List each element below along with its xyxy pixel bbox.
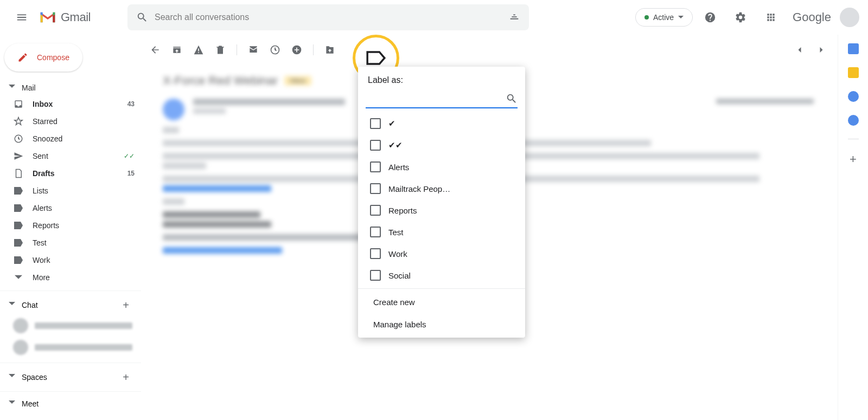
search-options-icon[interactable] [508,11,520,23]
gmail-icon [39,11,56,24]
label-chip[interactable]: Inbox [284,76,311,86]
collapse-icon [9,85,15,91]
chevron-down-icon [678,15,684,20]
nav-snoozed[interactable]: Snoozed [0,130,141,147]
panel-separator [848,139,859,139]
checkbox-icon [370,183,381,194]
checkbox-icon [370,270,381,281]
add-task-button[interactable] [291,44,302,55]
next-button[interactable] [816,44,827,55]
main-menu-button[interactable] [9,4,35,30]
hamburger-icon [16,11,28,23]
label-icon [13,237,24,248]
label-option[interactable]: Social [358,264,525,286]
mail-section-header[interactable]: Mail [0,80,141,95]
apps-grid-icon [765,12,776,23]
nav-more[interactable]: More [0,269,141,286]
search-bar[interactable] [127,4,529,30]
meet-section-header[interactable]: Meet [0,396,141,411]
sender-avatar[interactable] [163,99,184,120]
label-as-popup: Label as: ✔ ✔✔ Alerts Mailtrack Peop… Re… [358,67,525,338]
label-option[interactable]: ✔✔ [358,134,525,156]
label-option[interactable]: Reports [358,199,525,221]
checkbox-icon [370,118,381,129]
chat-contact[interactable] [0,315,141,337]
label-option[interactable]: Alerts [358,156,525,178]
nav-alerts[interactable]: Alerts [0,199,141,217]
prev-button[interactable] [794,44,805,55]
status-label: Active [653,13,674,22]
snooze-button[interactable] [270,44,280,55]
help-icon [704,11,716,23]
nav-lists[interactable]: Lists [0,182,141,199]
nav-work[interactable]: Work [0,251,141,269]
calendar-addon[interactable] [848,43,859,54]
apps-button[interactable] [758,4,784,30]
label-icon [13,185,24,196]
archive-button[interactable] [171,44,182,55]
label-option[interactable]: ✔ [358,113,525,134]
settings-button[interactable] [727,4,754,30]
chevron-down-icon [13,272,24,283]
label-option[interactable]: Mailtrack Peop… [358,178,525,199]
spaces-section-header[interactable]: Spaces + [0,367,141,387]
nav-test[interactable]: Test [0,234,141,251]
draft-icon [13,168,24,179]
clock-icon [13,133,24,144]
nav-inbox[interactable]: Inbox 43 [0,95,141,113]
gear-icon [735,11,746,23]
search-icon [136,11,148,23]
contacts-addon[interactable] [848,115,859,126]
label-option[interactable]: Work [358,243,525,264]
status-dot-icon [644,15,649,20]
search-input[interactable] [155,12,502,22]
chat-contact[interactable] [0,337,141,358]
nav-starred[interactable]: Starred [0,113,141,130]
search-icon [506,93,518,105]
nav-drafts[interactable]: Drafts 15 [0,165,141,182]
manage-labels[interactable]: Manage labels [358,313,525,335]
email-subject: X-Force Red Webinar [163,74,278,88]
sent-tracked-icon: ✓✓ [124,152,135,160]
inbox-icon [13,99,24,109]
label-icon[interactable] [366,49,386,67]
popup-search[interactable] [366,89,518,108]
account-avatar[interactable] [840,8,859,27]
checkbox-icon [370,248,381,259]
label-option[interactable]: Test [358,221,525,243]
checkbox-icon [370,140,381,151]
support-button[interactable] [697,4,723,30]
mark-unread-button[interactable] [248,44,259,55]
star-icon [13,116,24,127]
google-logo-text: Google [793,10,831,24]
checkbox-icon [370,227,381,237]
compose-button[interactable]: Compose [4,43,82,72]
gmail-logo[interactable]: Gmail [39,10,91,24]
status-indicator[interactable]: Active [635,8,693,27]
popup-title: Label as: [358,67,525,89]
create-new-label[interactable]: Create new [358,291,525,313]
label-icon [13,203,24,214]
nav-sent[interactable]: Sent ✓✓ [0,147,141,165]
delete-button[interactable] [215,44,226,55]
label-icon [13,220,24,231]
nav-reports[interactable]: Reports [0,217,141,234]
report-spam-button[interactable] [193,44,204,55]
compose-label: Compose [37,53,69,62]
get-addons-button[interactable]: + [850,152,857,166]
keep-addon[interactable] [848,67,859,78]
checkbox-icon [370,161,381,172]
popup-search-input[interactable] [366,92,506,105]
gmail-text: Gmail [61,10,91,24]
move-to-button[interactable] [324,44,335,55]
chat-section-header[interactable]: Chat + [0,295,141,315]
checkbox-icon [370,205,381,216]
new-chat-button[interactable]: + [119,299,132,312]
send-icon [13,151,24,161]
new-space-button[interactable]: + [119,371,132,384]
tasks-addon[interactable] [848,91,859,102]
back-button[interactable] [150,44,161,55]
email-meta [716,99,814,104]
pencil-icon [17,52,28,63]
label-icon [13,255,24,266]
